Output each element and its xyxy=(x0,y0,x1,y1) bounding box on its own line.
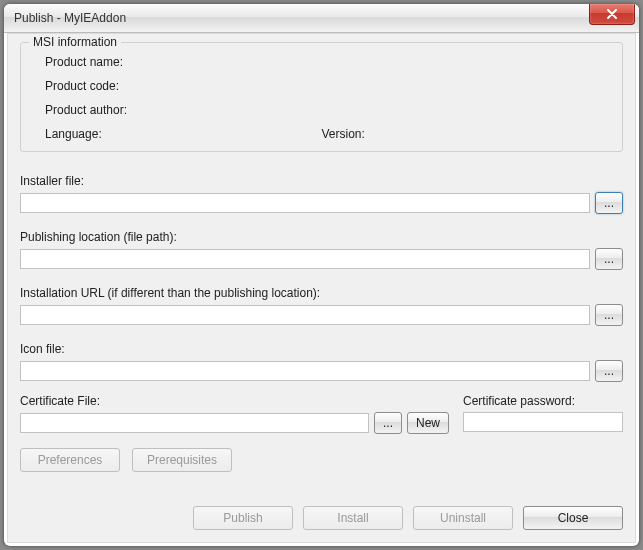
prefs-row: Preferences Prerequisites xyxy=(20,448,623,472)
close-button[interactable]: Close xyxy=(523,506,623,530)
product-name-label: Product name: xyxy=(33,55,123,69)
certificate-file-browse-button[interactable]: ... xyxy=(374,412,402,434)
window-title: Publish - MyIEAddon xyxy=(14,11,126,25)
icon-file-browse-button[interactable]: ... xyxy=(595,360,623,382)
installation-url-browse-button[interactable]: ... xyxy=(595,304,623,326)
certificate-file-input[interactable] xyxy=(20,413,369,433)
client-area: MSI information Product name: Product co… xyxy=(7,33,636,543)
installer-file-label: Installer file: xyxy=(20,174,623,188)
preferences-button[interactable]: Preferences xyxy=(20,448,120,472)
publishing-location-input[interactable] xyxy=(20,249,590,269)
installation-url-label: Installation URL (if different than the … xyxy=(20,286,623,300)
product-code-label: Product code: xyxy=(33,79,119,93)
publish-dialog: Publish - MyIEAddon MSI information Prod… xyxy=(4,4,639,546)
certificate-file-label: Certificate File: xyxy=(20,394,449,408)
prerequisites-button[interactable]: Prerequisites xyxy=(132,448,232,472)
product-author-row: Product author: xyxy=(33,103,610,117)
product-author-label: Product author: xyxy=(33,103,127,117)
close-icon xyxy=(606,9,618,19)
publish-button[interactable]: Publish xyxy=(193,506,293,530)
certificate-password-label: Certificate password: xyxy=(463,394,623,408)
installation-url-input[interactable] xyxy=(20,305,590,325)
certificate-new-button[interactable]: New xyxy=(407,412,449,434)
installer-file-browse-button[interactable]: ... xyxy=(595,192,623,214)
certificate-password-input[interactable] xyxy=(463,412,623,432)
msi-info-group: MSI information Product name: Product co… xyxy=(20,42,623,152)
version-label: Version: xyxy=(322,127,365,141)
language-label: Language: xyxy=(33,127,102,141)
icon-file-label: Icon file: xyxy=(20,342,623,356)
install-button[interactable]: Install xyxy=(303,506,403,530)
titlebar: Publish - MyIEAddon xyxy=(4,4,639,33)
language-version-row: Language: Version: xyxy=(33,127,610,141)
msi-info-legend: MSI information xyxy=(29,35,121,49)
uninstall-button[interactable]: Uninstall xyxy=(413,506,513,530)
icon-file-input[interactable] xyxy=(20,361,590,381)
installer-file-input[interactable] xyxy=(20,193,590,213)
certificate-area: Certificate File: ... New Certificate pa… xyxy=(20,394,623,434)
product-name-row: Product name: xyxy=(33,55,610,69)
product-code-row: Product code: xyxy=(33,79,610,93)
publishing-location-label: Publishing location (file path): xyxy=(20,230,623,244)
bottom-action-bar: Publish Install Uninstall Close xyxy=(20,496,623,530)
close-window-button[interactable] xyxy=(589,4,635,25)
publishing-location-browse-button[interactable]: ... xyxy=(595,248,623,270)
